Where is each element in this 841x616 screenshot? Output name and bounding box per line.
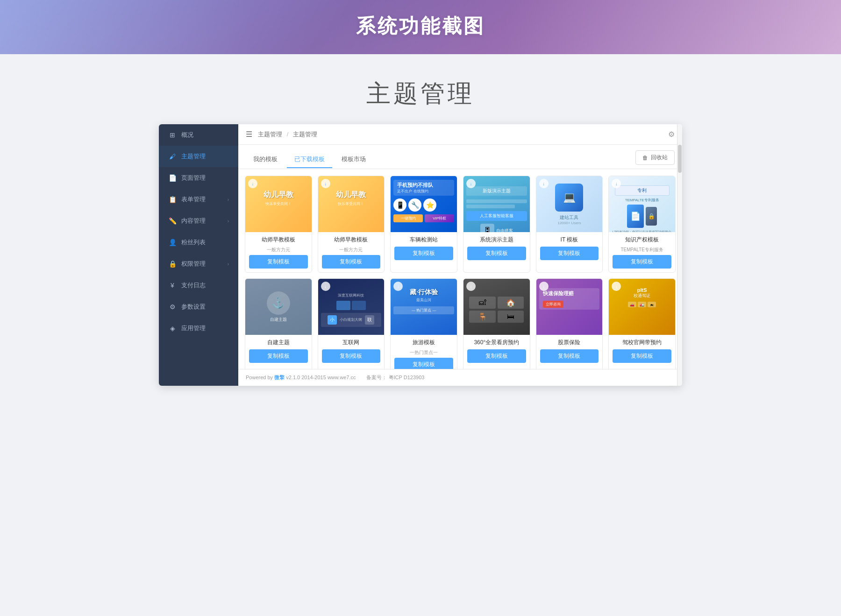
card-7-copy-btn[interactable]: 复制模板 — [249, 349, 308, 363]
card-1-subname: 一般方力元 — [249, 247, 308, 253]
sidebar-item-fans[interactable]: 👤 粉丝列表 — [159, 232, 238, 253]
card-4-copy-btn[interactable]: 复制模板 — [467, 247, 526, 260]
tab-market[interactable]: 模板市场 — [334, 151, 373, 168]
app-footer: Powered by 微擎 v2.1.0 2014-2015 www.we7.c… — [238, 369, 682, 386]
card-6-copy-btn[interactable]: 复制模板 — [613, 255, 671, 269]
card-9-thumb: ↓ 藏·行体验 最美山河 — 热门景点 — — [391, 279, 457, 335]
banner-title: 系统功能截图 — [0, 13, 841, 39]
tab-my[interactable]: 我的模板 — [246, 151, 285, 168]
card-11-copy-btn[interactable]: 复制模板 — [540, 349, 599, 363]
sidebar-item-overview[interactable]: ⊞ 概况 — [159, 124, 238, 146]
card-9-download-icon: ↓ — [393, 282, 403, 291]
card-9-name: 旅游模板 — [394, 339, 453, 347]
card-8-thumb: ↓ 深度互联网科技 小 小白规划大纲 联 — [318, 279, 385, 335]
sidebar-item-page[interactable]: 📄 页面管理 — [159, 167, 238, 189]
card-9-bottom: 旅游模板 一热门景点一 复制模板 — [391, 335, 457, 369]
sidebar-label-payment: 支付日志 — [181, 281, 206, 290]
card-9-copy-btn[interactable]: 复制模板 — [394, 358, 453, 369]
apps-icon: ◈ — [168, 324, 177, 333]
card-5-name: IT 模板 — [540, 236, 599, 244]
settings-gear-icon[interactable]: ⚙ — [668, 130, 675, 139]
card-12[interactable]: ↓ pItS 校通驾证 🚗 🚛 🏍 — [608, 278, 676, 369]
card-4-thumb: ↓ 新版演示主题 人工客服智能客服 — [463, 176, 530, 232]
breadcrumb: 主题管理 / 主题管理 — [258, 130, 317, 139]
sidebar-label-page: 页面管理 — [181, 174, 206, 182]
card-11-bottom: 股票保险 复制模板 — [536, 335, 603, 367]
card-2-download-icon: ↓ — [321, 179, 330, 188]
card-4[interactable]: ↓ 新版演示主题 人工客服智能客服 — [463, 176, 530, 273]
sidebar-label-theme: 主题管理 — [181, 152, 206, 161]
chevron-icon-content: › — [228, 219, 229, 224]
card-3-name: 车辆检测站 — [394, 236, 453, 244]
card-10-thumb: ↓ 🛋 🏠 🪑 🛏 — [463, 279, 530, 335]
recycle-label: 回收站 — [651, 154, 668, 162]
breadcrumb-item-2: 主题管理 — [293, 131, 317, 138]
card-12-copy-btn[interactable]: 复制模板 — [613, 349, 671, 363]
card-1[interactable]: ↓ 幼儿早教 快乐享受共同！ — [245, 176, 312, 273]
card-10-name: 360°全景看房预约 — [467, 339, 526, 347]
card-6-thumb: ↓ 专利 TEMPALTE专利服务 📄 🔒 LT特有功能：您可以在这里填写功能简… — [609, 176, 675, 232]
card-4-bottom: 系统演示主题 复制模板 — [463, 232, 530, 264]
sidebar-item-content[interactable]: ✏️ 内容管理 › — [159, 210, 238, 232]
card-8[interactable]: ↓ 深度互联网科技 小 小白规划大纲 联 — [318, 278, 385, 369]
card-10-copy-btn[interactable]: 复制模板 — [467, 349, 526, 363]
card-1-download-icon: ↓ — [248, 179, 257, 188]
card-8-download-icon: ↓ — [321, 282, 330, 291]
file-icon: 📄 — [168, 174, 177, 182]
footer-icp: 备案号： 粤ICP D123903 — [366, 375, 424, 380]
card-2-name: 幼师早教模板 — [322, 236, 381, 244]
scrollbar-thumb[interactable] — [678, 145, 682, 173]
sidebar-item-theme[interactable]: 🖌 主题管理 — [159, 146, 238, 167]
card-6[interactable]: ↓ 专利 TEMPALTE专利服务 📄 🔒 LT特有功能：您可以在这里填写功能简… — [608, 176, 676, 273]
card-8-name: 互联网 — [322, 339, 381, 347]
breadcrumb-sep: / — [287, 131, 289, 138]
users-icon: 👤 — [168, 238, 177, 247]
chevron-icon-form: › — [228, 197, 229, 202]
card-1-copy-btn[interactable]: 复制模板 — [249, 255, 308, 269]
scrollbar-track[interactable] — [677, 145, 682, 386]
card-11-name: 股票保险 — [540, 339, 599, 347]
content-scroll-area[interactable]: ↓ 幼儿早教 快乐享受共同！ — [238, 169, 682, 369]
sidebar-item-apps[interactable]: ◈ 应用管理 — [159, 318, 238, 339]
card-4-name: 系统演示主题 — [467, 236, 526, 244]
sidebar-item-payment[interactable]: ¥ 支付日志 — [159, 275, 238, 296]
card-2-thumb: ↓ 幼儿早教 快乐享受共同！ — [318, 176, 385, 232]
card-9-subname: 一热门景点一 — [394, 349, 453, 356]
card-11[interactable]: ↓ 快速保险理赔 立即咨询 股 — [536, 278, 603, 369]
sidebar-item-form[interactable]: 📋 表单管理 › — [159, 189, 238, 210]
edit-icon: ✏️ — [168, 217, 177, 225]
card-7[interactable]: ⚓ 自建主题 自建主题 复制模板 — [245, 278, 312, 369]
sidebar: ⊞ 概况 🖌 主题管理 📄 页面管理 📋 表单管理 › ✏️ — [159, 124, 238, 386]
yen-icon: ¥ — [168, 281, 177, 290]
card-3[interactable]: 手机预约不排队 足不出户 在线预约 📱 🔧 ⭐ — [390, 176, 457, 273]
hamburger-icon[interactable]: ☰ — [246, 130, 252, 139]
card-6-bottom: 知识产权模板 TEMPALTE专利服务 复制模板 — [609, 232, 675, 272]
card-3-copy-btn[interactable]: 复制模板 — [394, 247, 453, 260]
footer-powered: Powered by — [246, 375, 273, 380]
card-3-thumb: 手机预约不排队 足不出户 在线预约 📱 🔧 ⭐ — [391, 176, 457, 232]
card-5[interactable]: ↓ 💻 建站工具 12000+ Users IT 模板 复制模板 — [536, 176, 603, 273]
card-3-bottom: 车辆检测站 复制模板 — [391, 232, 457, 264]
card-10[interactable]: ↓ 🛋 🏠 🪑 🛏 360°全 — [463, 278, 530, 369]
card-12-bottom: 驾校官网带预约 复制模板 — [609, 335, 675, 367]
card-10-download-icon: ↓ — [466, 282, 476, 291]
app-layout: ⊞ 概况 🖌 主题管理 📄 页面管理 📋 表单管理 › ✏️ — [159, 124, 682, 386]
tab-downloaded[interactable]: 已下载模板 — [287, 151, 332, 168]
card-2-copy-btn[interactable]: 复制模板 — [322, 255, 381, 269]
content-topbar: ☰ 主题管理 / 主题管理 ⚙ — [238, 124, 682, 145]
card-5-copy-btn[interactable]: 复制模板 — [540, 247, 599, 260]
settings-icon: ⚙ — [168, 303, 177, 311]
card-5-download-icon: ↓ — [539, 179, 549, 188]
card-1-thumb: ↓ 幼儿早教 快乐享受共同！ — [245, 176, 312, 232]
card-8-copy-btn[interactable]: 复制模板 — [322, 349, 381, 363]
recycle-bin-button[interactable]: 🗑 回收站 — [635, 150, 675, 165]
footer-brand: 微擎 — [274, 375, 285, 380]
card-5-thumb: ↓ 💻 建站工具 12000+ Users — [536, 176, 603, 232]
sidebar-item-params[interactable]: ⚙ 参数设置 — [159, 296, 238, 318]
sidebar-label-apps: 应用管理 — [181, 324, 206, 333]
card-9[interactable]: ↓ 藏·行体验 最美山河 — 热门景点 — 旅游模板 — [390, 278, 457, 369]
card-2[interactable]: ↓ 幼儿早教 快乐享受共同！ — [318, 176, 385, 273]
card-5-bottom: IT 模板 复制模板 — [536, 232, 603, 264]
sidebar-item-permission[interactable]: 🔒 权限管理 › — [159, 253, 238, 275]
card-6-name: 知识产权模板 — [613, 236, 671, 244]
